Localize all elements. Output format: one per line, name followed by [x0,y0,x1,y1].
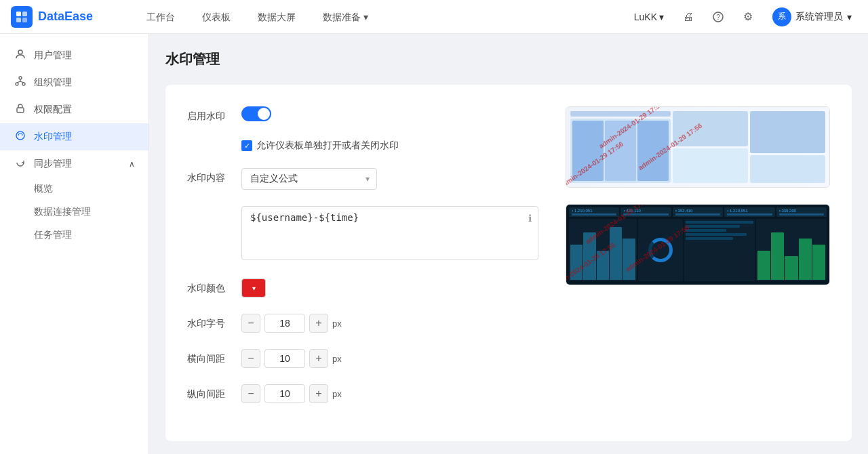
h-gap-plus-btn[interactable]: + [309,349,328,368]
svg-point-9 [22,83,25,85]
nav-right: LuKK ▾ 🖨 ? ⚙ 系 系统管理员 ▾ [629,5,857,29]
h-gap-input[interactable] [264,349,305,368]
svg-line-11 [17,81,20,83]
svg-rect-2 [16,18,21,22]
formula-empty-label [187,206,241,210]
nav-workbench[interactable]: 工作台 [133,0,189,34]
enable-toggle[interactable] [241,106,271,121]
sidebar-item-sync-mgmt[interactable]: 同步管理 ∧ [0,150,149,178]
preview-dark: ▪ 1,210,051 ▪ 426,110 ▪ 352,410 [566,204,830,285]
content-select-value: 自定义公式 [242,169,376,189]
enable-label: 启用水印 [187,106,241,123]
page-title: 水印管理 [165,50,852,68]
logo-area: DataEase [11,6,133,28]
org-mgmt-label: 组织管理 [34,77,72,89]
nav-dataprep[interactable]: 数据准备 ▾ [309,0,382,34]
perm-config-icon [14,103,27,117]
formula-textarea[interactable]: ${username}-${time} [241,206,538,260]
allow-close-label: 允许仪表板单独打开或者关闭水印 [256,140,399,152]
svg-rect-0 [16,12,21,16]
sidebar-item-org-mgmt[interactable]: 组织管理 [0,69,149,96]
help-icon-btn[interactable]: ? [707,6,729,28]
font-size-plus-btn[interactable]: + [309,314,328,333]
sidebar-sub-task-mgmt[interactable]: 任务管理 [0,224,149,247]
sidebar-item-perm-config[interactable]: 权限配置 [0,96,149,123]
svg-rect-3 [22,18,27,22]
sidebar-sub-overview[interactable]: 概览 [0,178,149,201]
watermark-icon [14,130,27,144]
color-label: 水印颜色 [187,278,241,295]
h-gap-row: 横向间距 − + px [187,349,538,368]
avatar: 系 [772,7,791,26]
sidebar-sub-data-conn[interactable]: 数据连接管理 [0,201,149,224]
font-size-label: 水印字号 [187,314,241,330]
font-size-control: − + px [241,314,538,333]
lukk-name: LuKK [634,12,657,22]
v-gap-minus-btn[interactable]: − [241,384,260,403]
color-picker-btn[interactable]: ▾ [241,278,266,297]
formula-textarea-control: ${username}-${time} ℹ [241,206,538,262]
textarea-info-icon[interactable]: ℹ [528,213,532,224]
v-gap-label: 纵向间距 [187,384,241,400]
preview-light: admin-2024-01-29 17:56 admin-2024-01-29 … [566,106,830,188]
nav-menu: 工作台 仪表板 数据大屏 数据准备 ▾ [133,0,629,34]
allow-close-checkbox[interactable]: ✓ [241,140,252,151]
h-gap-unit: px [332,354,342,364]
preview-section: admin-2024-01-29 17:56 admin-2024-01-29 … [566,106,830,419]
enable-row: 启用水印 [187,106,538,123]
nav-dashboard[interactable]: 仪表板 [189,0,244,34]
v-gap-unit: px [332,389,342,399]
svg-point-8 [16,83,18,85]
main-layout: 用户管理 组织管理 权限配置 水印管理 同步管理 ∧ 概览 [0,34,868,454]
formula-row: ${username}-${time} ℹ [187,206,538,262]
svg-line-12 [20,81,24,83]
sidebar: 用户管理 组织管理 权限配置 水印管理 同步管理 ∧ 概览 [0,34,149,454]
textarea-wrapper: ${username}-${time} ℹ [241,206,538,262]
svg-rect-1 [22,12,27,16]
h-gap-control: − + px [241,349,538,368]
v-gap-input-row: − + px [241,384,538,403]
settings-icon-btn[interactable]: ⚙ [737,6,759,28]
v-gap-control: − + px [241,384,538,403]
v-gap-input[interactable] [264,384,305,403]
v-gap-plus-btn[interactable]: + [309,384,328,403]
h-gap-minus-btn[interactable]: − [241,349,260,368]
font-size-unit: px [332,318,342,329]
svg-point-6 [18,50,22,54]
user-lukk-btn[interactable]: LuKK ▾ [629,9,669,25]
admin-arrow-icon: ▾ [847,12,852,22]
toggle-thumb [258,108,270,120]
org-mgmt-icon [14,76,27,89]
font-size-row: 水印字号 − + px [187,314,538,333]
h-gap-label: 横向间距 [187,349,241,365]
sidebar-item-watermark[interactable]: 水印管理 [0,123,149,150]
content-select-arrow-icon: ▾ [366,174,370,184]
lukk-arrow-icon: ▾ [659,12,664,22]
svg-rect-13 [17,108,24,112]
allow-close-row: ✓ 允许仪表板单独打开或者关闭水印 [187,140,538,152]
color-control: ▾ [241,278,538,297]
content-row: 水印内容 自定义公式 ▾ [187,168,538,190]
toggle-track [241,106,271,121]
admin-label: 系统管理员 [795,11,843,23]
sync-mgmt-icon [14,157,27,171]
sidebar-item-user-mgmt[interactable]: 用户管理 [0,42,149,69]
print-icon-btn[interactable]: 🖨 [677,6,699,28]
watermark-label: 水印管理 [34,131,72,143]
content-select-control: 自定义公式 ▾ [241,168,538,190]
form-section: 启用水印 ✓ 允许仪表板单独打开或者关闭水印 [187,106,538,419]
content-label: 水印内容 [187,168,241,184]
svg-point-7 [19,77,22,79]
app-name: DataEase [38,9,93,24]
sync-mgmt-arrow-icon: ∧ [129,159,135,169]
content-select[interactable]: 自定义公式 ▾ [241,168,377,190]
enable-toggle-control [241,106,538,123]
font-size-input-row: − + px [241,314,538,333]
watermark-card: 启用水印 ✓ 允许仪表板单独打开或者关闭水印 [165,85,852,441]
dataprep-arrow-icon: ▾ [363,0,368,34]
sync-mgmt-label: 同步管理 [34,158,72,170]
admin-user-btn[interactable]: 系 系统管理员 ▾ [767,5,857,29]
font-size-input[interactable] [264,314,305,333]
font-size-minus-btn[interactable]: − [241,314,260,333]
nav-datascreen[interactable]: 数据大屏 [244,0,309,34]
